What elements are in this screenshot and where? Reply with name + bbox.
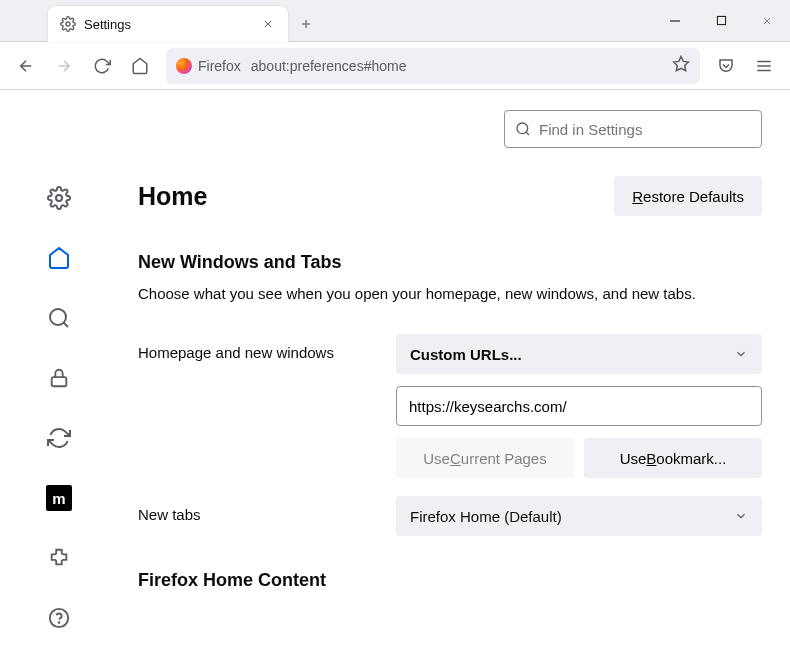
chevron-down-icon — [734, 509, 748, 523]
settings-search-input[interactable] — [539, 121, 751, 138]
use-current-pages-button[interactable]: Use Current Pages — [396, 438, 574, 478]
content-area: m Home RRestore Defaultsestore Defaults … — [0, 90, 790, 645]
sidebar-item-privacy[interactable] — [43, 362, 75, 394]
svg-point-8 — [517, 123, 528, 134]
reload-button[interactable] — [84, 48, 120, 84]
sidebar-item-general[interactable] — [43, 182, 75, 214]
window-controls — [652, 0, 790, 41]
new-tab-button[interactable] — [288, 6, 324, 41]
svg-point-4 — [50, 309, 66, 325]
mozilla-icon: m — [46, 485, 72, 511]
firefox-home-content-title: Firefox Home Content — [138, 570, 762, 591]
svg-point-0 — [66, 22, 70, 26]
title-bar: Settings — [0, 0, 790, 42]
sidebar-item-extensions[interactable] — [43, 542, 75, 574]
app-menu-button[interactable] — [746, 48, 782, 84]
search-icon — [515, 121, 531, 137]
browser-tab[interactable]: Settings — [48, 6, 288, 42]
homepage-url-input[interactable] — [396, 386, 762, 426]
maximize-button[interactable] — [698, 0, 744, 41]
sidebar: m — [0, 90, 118, 645]
settings-search[interactable] — [504, 110, 762, 148]
main-panel: Home RRestore Defaultsestore Defaults Ne… — [118, 90, 790, 645]
save-to-pocket-button[interactable] — [708, 48, 744, 84]
url-text: about:preferences#home — [251, 58, 672, 74]
minimize-button[interactable] — [652, 0, 698, 41]
section-new-windows-title: New Windows and Tabs — [138, 252, 762, 273]
firefox-logo-icon — [176, 58, 192, 74]
svg-rect-1 — [717, 16, 725, 24]
homepage-mode-select[interactable]: Custom URLs... — [396, 334, 762, 374]
newtabs-value: Firefox Home (Default) — [410, 508, 562, 525]
svg-rect-5 — [52, 377, 67, 386]
homepage-label: Homepage and new windows — [138, 334, 396, 361]
sidebar-item-more-mozilla[interactable]: m — [43, 482, 75, 514]
forward-button[interactable] — [46, 48, 82, 84]
toolbar: Firefox about:preferences#home — [0, 42, 790, 90]
page-title: Home — [138, 182, 207, 211]
sidebar-item-sync[interactable] — [43, 422, 75, 454]
identity-label: Firefox — [198, 58, 241, 74]
bookmark-star-icon[interactable] — [672, 55, 690, 76]
sidebar-item-search[interactable] — [43, 302, 75, 334]
restore-defaults-button[interactable]: RRestore Defaultsestore Defaults — [614, 176, 762, 216]
chevron-down-icon — [734, 347, 748, 361]
gear-icon — [60, 16, 76, 32]
close-window-button[interactable] — [744, 0, 790, 41]
url-bar[interactable]: Firefox about:preferences#home — [166, 48, 700, 84]
sidebar-item-help[interactable] — [43, 602, 75, 634]
home-button[interactable] — [122, 48, 158, 84]
tab-title: Settings — [84, 17, 260, 32]
svg-point-3 — [56, 195, 62, 201]
close-icon[interactable] — [260, 16, 276, 32]
homepage-mode-value: Custom URLs... — [410, 346, 522, 363]
back-button[interactable] — [8, 48, 44, 84]
use-bookmark-button[interactable]: Use Bookmark... — [584, 438, 762, 478]
sidebar-item-home[interactable] — [43, 242, 75, 274]
identity-box: Firefox — [176, 58, 241, 74]
newtabs-label: New tabs — [138, 496, 396, 523]
svg-point-7 — [59, 622, 60, 623]
section-new-windows-desc: Choose what you see when you open your h… — [138, 285, 762, 302]
newtabs-select[interactable]: Firefox Home (Default) — [396, 496, 762, 536]
svg-marker-2 — [674, 57, 689, 71]
